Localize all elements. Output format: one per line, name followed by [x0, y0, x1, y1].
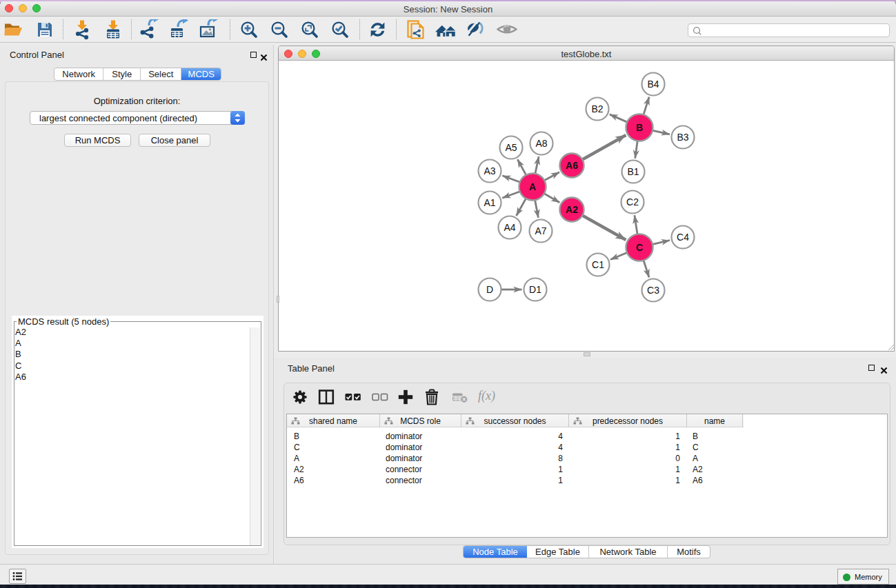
svg-text:A4: A4: [504, 222, 515, 233]
svg-text:B: B: [636, 122, 643, 133]
svg-text:A2: A2: [566, 204, 578, 215]
svg-text:A7: A7: [535, 225, 546, 236]
svg-text:C1: C1: [592, 259, 604, 270]
svg-text:A3: A3: [484, 165, 495, 176]
svg-text:A1: A1: [484, 197, 495, 208]
svg-text:C3: C3: [647, 285, 659, 296]
svg-text:C4: C4: [677, 232, 689, 243]
svg-text:B4: B4: [647, 79, 659, 90]
svg-text:A5: A5: [505, 142, 517, 153]
svg-text:B3: B3: [677, 132, 688, 143]
svg-text:B2: B2: [591, 103, 603, 114]
svg-text:B1: B1: [627, 166, 639, 177]
svg-text:A: A: [529, 181, 536, 192]
svg-text:A6: A6: [566, 160, 578, 171]
svg-text:C2: C2: [626, 196, 639, 207]
svg-text:A8: A8: [535, 138, 547, 149]
svg-text:D: D: [486, 284, 493, 295]
svg-text:C: C: [636, 242, 643, 253]
svg-text:D1: D1: [529, 284, 541, 295]
